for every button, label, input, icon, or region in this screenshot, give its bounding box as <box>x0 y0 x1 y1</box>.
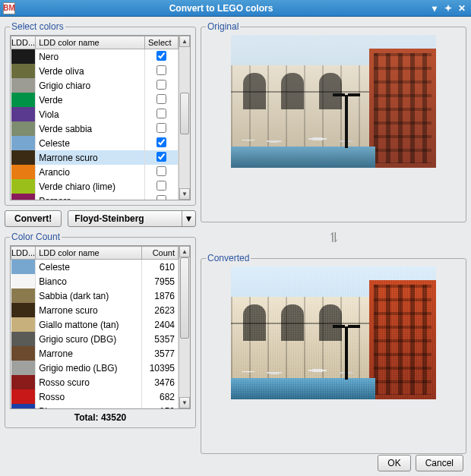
convert-button[interactable]: Convert! <box>5 210 62 227</box>
color-swatch <box>11 274 36 288</box>
color-name: Celeste <box>36 260 142 275</box>
color-name: Rosso <box>36 389 142 404</box>
color-name: Viola <box>36 107 145 121</box>
color-name: Verde <box>36 93 145 107</box>
color-swatch <box>11 121 36 136</box>
table-row[interactable]: Verde <box>11 93 179 107</box>
select-checkbox[interactable] <box>156 109 166 118</box>
select-checkbox[interactable] <box>156 123 166 133</box>
color-swatch <box>11 165 36 179</box>
color-swatch <box>11 260 36 274</box>
color-count: 3476 <box>142 375 179 389</box>
count-scrollbar[interactable]: ▲ ▼ <box>179 246 190 408</box>
col-name[interactable]: LDD color name <box>36 36 145 49</box>
table-row[interactable]: Grigio scuro (DBG)5357 <box>11 332 179 346</box>
close-icon[interactable]: ✕ <box>456 2 468 14</box>
color-count: 159 <box>142 404 179 408</box>
select-checkbox[interactable] <box>156 195 166 200</box>
table-row[interactable]: Blu159 <box>11 404 179 408</box>
select-checkbox[interactable] <box>156 51 166 61</box>
color-name: Verde oliva <box>36 64 145 78</box>
table-row[interactable]: Marrone scuro <box>11 150 179 165</box>
table-row[interactable]: Celeste610 <box>11 260 179 275</box>
table-row[interactable]: Marrone scuro2623 <box>11 303 179 317</box>
scroll-down-icon[interactable]: ▼ <box>179 188 190 200</box>
select-checkbox[interactable] <box>156 65 166 75</box>
color-count: 682 <box>142 389 179 404</box>
minimize-icon[interactable]: ▾ <box>428 2 441 14</box>
select-checkbox[interactable] <box>156 152 166 162</box>
select-checkbox[interactable] <box>156 137 166 147</box>
color-name: Verde sabbia <box>36 121 145 136</box>
color-swatch <box>11 361 36 375</box>
scroll-up-icon[interactable]: ▲ <box>179 246 190 257</box>
table-row[interactable]: Grigio chiaro <box>11 78 179 93</box>
table-row[interactable]: Sabbia (dark tan)1876 <box>11 288 179 303</box>
table-row[interactable]: Celeste <box>11 136 179 150</box>
total-row: Total: 43520 <box>10 412 191 423</box>
scroll-down-icon[interactable]: ▼ <box>179 397 190 408</box>
ok-button[interactable]: OK <box>378 455 410 471</box>
table-row[interactable]: Giallo mattone (tan)2404 <box>11 317 179 332</box>
color-swatch <box>11 150 36 165</box>
color-name: Giallo mattone (tan) <box>36 317 142 332</box>
color-swatch <box>11 93 36 107</box>
color-name: Celeste <box>36 136 145 150</box>
select-checkbox[interactable] <box>156 181 166 191</box>
table-row[interactable]: Marrone3577 <box>11 346 179 361</box>
table-row[interactable]: Porpora <box>11 194 179 200</box>
color-count: 2404 <box>142 317 179 332</box>
scroll-up-icon[interactable]: ▲ <box>179 36 190 47</box>
color-swatch <box>11 78 36 93</box>
color-name: Rosso scuro <box>36 375 142 389</box>
select-checkbox[interactable] <box>156 166 166 176</box>
color-name: Marrone <box>36 346 142 361</box>
table-row[interactable]: Rosso682 <box>11 389 179 404</box>
converted-legend: Converted <box>206 253 251 263</box>
col-select[interactable]: Select <box>145 36 179 49</box>
color-name: Sabbia (dark tan) <box>36 288 142 303</box>
color-name: Marrone scuro <box>36 303 142 317</box>
color-swatch <box>11 64 36 78</box>
converted-group: Converted <box>201 253 466 454</box>
color-name: Nero <box>36 49 145 65</box>
maximize-icon[interactable]: ✦ <box>442 2 454 14</box>
table-row[interactable]: Rosso scuro3476 <box>11 375 179 389</box>
table-row[interactable]: Nero <box>11 49 179 65</box>
table-row[interactable]: Verde chiaro (lime) <box>11 179 179 194</box>
original-image <box>206 35 461 168</box>
color-count: 5357 <box>142 332 179 346</box>
select-colors-table: LDD... LDD color name Select NeroVerde o… <box>10 35 191 200</box>
select-checkbox[interactable] <box>156 80 166 90</box>
converted-image <box>206 266 461 399</box>
swap-button[interactable]: ⥮ <box>201 227 466 248</box>
cancel-button[interactable]: Cancel <box>416 455 463 471</box>
color-count: 1876 <box>142 288 179 303</box>
table-row[interactable]: Verde sabbia <box>11 121 179 136</box>
color-name: Grigio medio (LBG) <box>36 361 142 375</box>
table-row[interactable]: Bianco7955 <box>11 274 179 288</box>
dither-value: Floyd-Steinberg <box>68 211 182 226</box>
table-row[interactable]: Arancio <box>11 165 179 179</box>
table-row[interactable]: Verde oliva <box>11 64 179 78</box>
color-swatch <box>11 332 36 346</box>
col-count[interactable]: Count <box>142 247 179 260</box>
color-swatch <box>11 317 36 332</box>
total-label: Total: <box>74 412 99 423</box>
color-swatch <box>11 107 36 121</box>
color-swatch <box>11 303 36 317</box>
select-scrollbar[interactable]: ▲ ▼ <box>179 36 190 200</box>
col-swatch[interactable]: LDD... <box>11 36 36 49</box>
color-name: Grigio scuro (DBG) <box>36 332 142 346</box>
select-colors-legend: Select colors <box>10 21 65 32</box>
col-swatch[interactable]: LDD... <box>11 247 36 260</box>
color-name: Verde chiaro (lime) <box>36 179 145 194</box>
window-title: Convert to LEGO colors <box>15 3 427 14</box>
select-checkbox[interactable] <box>156 94 166 104</box>
col-name[interactable]: LDD color name <box>36 247 142 260</box>
color-count-legend: Color Count <box>10 232 62 242</box>
table-row[interactable]: Grigio medio (LBG)10395 <box>11 361 179 375</box>
app-icon: BM <box>3 2 15 14</box>
table-row[interactable]: Viola <box>11 107 179 121</box>
dither-select[interactable]: Floyd-Steinberg ▼ <box>68 210 196 227</box>
